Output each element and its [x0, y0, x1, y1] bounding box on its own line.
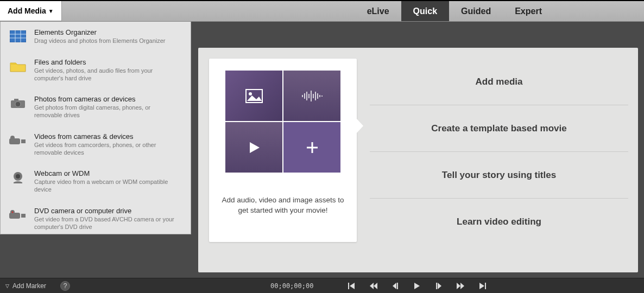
camera-icon — [9, 96, 27, 110]
go-to-start-button[interactable] — [348, 283, 356, 289]
thumb-image — [225, 71, 282, 121]
tab-elive[interactable]: eLive — [355, 1, 401, 21]
prev-button[interactable] — [369, 283, 378, 289]
go-to-end-button[interactable] — [478, 283, 487, 289]
add-media-label: Add Media — [8, 7, 46, 15]
step-forward-button[interactable] — [434, 283, 443, 289]
add-media-dropdown: Elements Organizer Drag videos and photo… — [0, 22, 191, 234]
svg-point-15 — [12, 211, 14, 213]
svg-rect-0 — [10, 30, 26, 42]
add-marker-button[interactable]: ▽ Add Marker — [0, 282, 52, 290]
mode-tabs: eLive Quick Guided Expert — [355, 1, 554, 21]
menu-item-photos-cameras[interactable]: Photos from cameras or devices Get photo… — [1, 88, 191, 126]
card-caption: Add audio, video and image assets to get… — [209, 195, 357, 216]
option-add-media[interactable]: Add media — [370, 59, 628, 105]
menu-item-title: Elements Organizer — [34, 28, 166, 36]
menu-item-title: Files and folders — [34, 58, 175, 66]
svg-rect-6 — [14, 99, 18, 101]
menu-item-title: Photos from cameras or devices — [34, 95, 175, 103]
camcorder-icon — [9, 133, 27, 148]
menu-item-title: Videos from cameras & devices — [34, 132, 175, 141]
tab-quick[interactable]: Quick — [401, 1, 449, 21]
option-story-titles[interactable]: Tell your story using titles — [370, 152, 628, 199]
svg-rect-31 — [348, 283, 349, 289]
thumb-audio — [283, 71, 340, 121]
marker-disclosure-icon: ▽ — [5, 283, 9, 289]
media-thumb-grid — [225, 71, 340, 173]
svg-rect-33 — [436, 283, 437, 289]
webcam-icon — [9, 170, 27, 184]
waveform-icon — [301, 90, 323, 102]
folder-icon — [9, 59, 27, 73]
image-icon — [245, 89, 263, 103]
timecode-display: 00;00;00;00 — [270, 282, 313, 290]
thumb-add — [283, 122, 340, 173]
help-button[interactable]: ? — [60, 281, 70, 291]
svg-rect-34 — [485, 283, 486, 289]
organizer-icon — [9, 29, 27, 43]
menu-item-desc: Capture video from a webcam or WDM compa… — [34, 179, 175, 194]
menu-item-dvd-camera[interactable]: DVD camera or computer drive Get video f… — [1, 200, 191, 238]
svg-point-18 — [249, 92, 252, 95]
play-icon — [248, 141, 261, 154]
menu-item-desc: Get videos from camcorders, phones, or o… — [34, 142, 175, 157]
plus-icon — [306, 141, 319, 154]
main-area: Elements Organizer Drag videos and photo… — [0, 22, 644, 278]
menu-item-desc: Get photos from digital cameras, phones,… — [34, 104, 175, 119]
menu-item-desc: Get video from a DVD based AVCHD camera … — [34, 216, 175, 231]
guided-panel: Add audio, video and image assets to get… — [198, 48, 638, 272]
svg-point-9 — [10, 136, 15, 140]
dvd-camera-icon — [9, 208, 27, 222]
thumb-video — [225, 122, 282, 173]
step-back-button[interactable] — [391, 283, 400, 289]
menu-item-desc: Get videos, photos, and audio files from… — [34, 67, 175, 82]
add-media-button[interactable]: Add Media ▼ — [0, 1, 62, 21]
svg-rect-8 — [9, 138, 20, 144]
menu-item-title: Webcam or WDM — [34, 169, 175, 177]
chevron-down-icon: ▼ — [48, 8, 54, 14]
svg-rect-10 — [21, 139, 26, 143]
option-template-movie[interactable]: Create a template based movie — [370, 105, 628, 152]
tab-expert[interactable]: Expert — [503, 1, 554, 21]
option-learn-editing[interactable]: Learn video editing — [370, 199, 628, 245]
option-list: Add media Create a template based movie … — [370, 59, 628, 262]
menu-item-webcam[interactable]: Webcam or WDM Capture video from a webca… — [1, 163, 191, 200]
menu-item-files-folders[interactable]: Files and folders Get videos, photos, an… — [1, 52, 191, 89]
bottom-bar: ▽ Add Marker ? 00;00;00;00 — [0, 278, 644, 293]
add-marker-label: Add Marker — [12, 282, 46, 290]
transport-controls — [348, 283, 487, 289]
menu-item-title: DVD camera or computer drive — [34, 207, 175, 215]
menu-item-desc: Drag videos and photos from Elements Org… — [34, 37, 166, 45]
menu-item-elements-organizer[interactable]: Elements Organizer Drag videos and photo… — [1, 22, 191, 52]
svg-rect-32 — [397, 283, 398, 289]
play-button[interactable] — [413, 283, 421, 289]
top-toolbar: Add Media ▼ eLive Quick Guided Expert — [0, 0, 644, 22]
active-card-add-media: Add audio, video and image assets to get… — [209, 59, 357, 242]
svg-point-7 — [15, 101, 21, 107]
svg-rect-16 — [21, 214, 26, 218]
tab-guided[interactable]: Guided — [449, 1, 503, 21]
next-button[interactable] — [456, 283, 465, 289]
svg-point-12 — [16, 174, 20, 179]
menu-item-videos-cameras[interactable]: Videos from cameras & devices Get videos… — [1, 126, 191, 163]
svg-rect-13 — [9, 213, 20, 219]
